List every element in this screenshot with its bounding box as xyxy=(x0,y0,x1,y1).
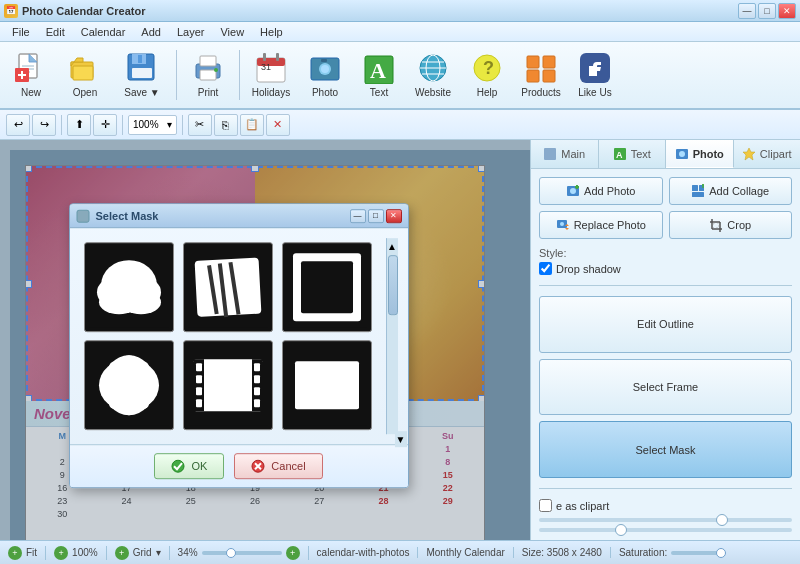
status-grid-section: + Grid ▾ xyxy=(107,546,170,560)
move-up-button[interactable]: ⬆ xyxy=(67,114,91,136)
open-button[interactable]: Open xyxy=(60,46,110,104)
website-icon xyxy=(417,52,449,84)
fit-button[interactable]: + xyxy=(8,546,22,560)
scrollbar-thumb[interactable] xyxy=(388,255,398,315)
photo-actions-row-2: Replace Photo Crop xyxy=(539,211,792,239)
menu-layer[interactable]: Layer xyxy=(169,24,213,40)
mask-item-plain-rect[interactable] xyxy=(282,340,372,430)
svg-rect-44 xyxy=(77,210,89,222)
modal-close-button[interactable]: ✕ xyxy=(386,209,402,223)
menu-edit[interactable]: Edit xyxy=(38,24,73,40)
grid-button[interactable]: + xyxy=(115,546,129,560)
like-us-icon xyxy=(579,52,611,84)
print-button[interactable]: Print xyxy=(183,46,233,104)
modal-maximize-button[interactable]: □ xyxy=(368,209,384,223)
menu-add[interactable]: Add xyxy=(133,24,169,40)
add-collage-button[interactable]: Add Collage xyxy=(669,177,793,205)
crop-button[interactable]: Crop xyxy=(669,211,793,239)
zoom-value: 100% xyxy=(133,119,159,130)
mask-item-filmstrip[interactable] xyxy=(183,340,273,430)
mask-scrollbar[interactable]: ▲ ▼ xyxy=(386,238,398,434)
svg-rect-79 xyxy=(254,375,260,383)
close-button[interactable]: ✕ xyxy=(778,3,796,19)
saturation-slider[interactable] xyxy=(671,551,721,555)
modal-title-icon xyxy=(76,209,90,223)
maximize-button[interactable]: □ xyxy=(758,3,776,19)
svg-rect-39 xyxy=(527,56,539,68)
minimize-button[interactable]: — xyxy=(738,3,756,19)
slider-thumb-1[interactable] xyxy=(716,514,728,526)
status-saturation-section: Saturation: xyxy=(611,547,729,558)
menu-help[interactable]: Help xyxy=(252,24,291,40)
ok-button[interactable]: OK xyxy=(154,453,224,479)
edit-outline-button[interactable]: Edit Outline xyxy=(539,296,792,353)
holidays-button[interactable]: 31 Holidays xyxy=(246,46,296,104)
add-photo-button[interactable]: Add Photo xyxy=(539,177,663,205)
drop-shadow-checkbox[interactable] xyxy=(539,262,552,275)
grid-dropdown-arrow[interactable]: ▾ xyxy=(156,547,161,558)
redo-button[interactable]: ↪ xyxy=(32,114,56,136)
app-title: Photo Calendar Creator xyxy=(22,5,145,17)
holidays-icon: 31 xyxy=(255,52,287,84)
photo-actions-row-1: Add Photo Add Collage xyxy=(539,177,792,205)
title-bar: 📅 Photo Calendar Creator — □ ✕ xyxy=(0,0,800,22)
svg-rect-78 xyxy=(254,363,260,371)
svg-rect-81 xyxy=(254,399,260,407)
view-slider-thumb[interactable] xyxy=(226,548,236,558)
svg-rect-83 xyxy=(295,361,359,409)
photo-toolbar-button[interactable]: Photo xyxy=(300,46,350,104)
copy-button[interactable]: ⎘ xyxy=(214,114,238,136)
mask-item-rect-border[interactable] xyxy=(282,242,372,332)
slider-thumb-2[interactable] xyxy=(615,524,627,536)
add-photo-icon xyxy=(566,184,580,198)
menu-view[interactable]: View xyxy=(212,24,252,40)
tab-main[interactable]: Main xyxy=(531,140,599,168)
mask-item-scribble[interactable] xyxy=(183,242,273,332)
select-frame-button[interactable]: Select Frame xyxy=(539,359,792,416)
tab-photo[interactable]: Photo xyxy=(666,140,734,168)
print-icon xyxy=(192,52,224,84)
svg-text:A: A xyxy=(616,150,623,160)
tab-main-label: Main xyxy=(561,148,585,160)
delete-button[interactable]: ✕ xyxy=(266,114,290,136)
svg-rect-18 xyxy=(200,56,216,66)
menu-calendar[interactable]: Calendar xyxy=(73,24,134,40)
mask-item-ornate[interactable] xyxy=(84,340,174,430)
zoom-in-button[interactable]: + xyxy=(54,546,68,560)
undo-button[interactable]: ↩ xyxy=(6,114,30,136)
new-label: New xyxy=(21,87,41,98)
menu-file[interactable]: File xyxy=(4,24,38,40)
main-tab-icon xyxy=(543,147,557,161)
replace-photo-button[interactable]: Replace Photo xyxy=(539,211,663,239)
slider-track-2[interactable] xyxy=(539,528,792,532)
right-panel: Main A Text Photo Clipart xyxy=(530,140,800,540)
canvas-area: November 2015 M Tu W Th Fr Sa Su xyxy=(0,140,530,540)
cancel-button[interactable]: Cancel xyxy=(234,453,322,479)
select-mask-button[interactable]: Select Mask xyxy=(539,421,792,478)
tab-clipart[interactable]: Clipart xyxy=(734,140,801,168)
new-button[interactable]: New xyxy=(6,46,56,104)
status-size-section: Size: 3508 x 2480 xyxy=(514,547,611,558)
modal-minimize-button[interactable]: — xyxy=(350,209,366,223)
cut-button[interactable]: ✂ xyxy=(188,114,212,136)
saturation-slider-thumb[interactable] xyxy=(716,548,726,558)
add-collage-icon xyxy=(691,184,705,198)
text-tab-icon: A xyxy=(613,147,627,161)
help-button[interactable]: ? Help xyxy=(462,46,512,104)
zoom-out-button[interactable]: + xyxy=(286,546,300,560)
products-button[interactable]: Products xyxy=(516,46,566,104)
tab-text[interactable]: A Text xyxy=(599,140,667,168)
save-button[interactable]: Save ▼ xyxy=(114,46,170,104)
slider-row-2 xyxy=(539,528,792,532)
mask-item-cloud[interactable] xyxy=(84,242,174,332)
text-toolbar-button[interactable]: A Text xyxy=(354,46,404,104)
slider-track-1[interactable] xyxy=(539,518,792,522)
paste-button[interactable]: 📋 xyxy=(240,114,264,136)
like-us-button[interactable]: Like Us xyxy=(570,46,620,104)
website-button[interactable]: Website xyxy=(408,46,458,104)
use-as-clipart-checkbox[interactable] xyxy=(539,499,552,512)
zoom-dropdown[interactable]: 100% ▾ xyxy=(128,115,177,135)
svg-point-63 xyxy=(141,377,157,393)
move-button[interactable]: ✛ xyxy=(93,114,117,136)
view-slider[interactable] xyxy=(202,551,282,555)
